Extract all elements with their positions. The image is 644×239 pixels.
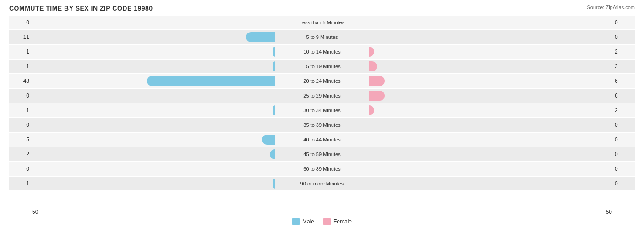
female-side	[368, 91, 612, 101]
row-label: 20 to 24 Minutes	[276, 78, 368, 84]
chart-row: 0 25 to 29 Minutes 6	[9, 89, 635, 103]
male-side	[32, 149, 276, 159]
bar-pair: 5 to 9 Minutes	[32, 30, 612, 44]
male-value: 11	[9, 34, 32, 40]
source-text: Source: ZipAtlas.com	[587, 5, 635, 10]
chart-row: 1 10 to 14 Minutes 2	[9, 45, 635, 59]
male-side	[32, 91, 276, 101]
male-value: 0	[9, 92, 32, 99]
row-label: 40 to 44 Minutes	[276, 137, 368, 142]
bars-center: 45 to 59 Minutes	[32, 147, 612, 161]
chart-row: 1 15 to 19 Minutes 3	[9, 60, 635, 73]
male-value: 1	[9, 49, 32, 55]
legend-male-label: Male	[302, 218, 314, 225]
female-side	[368, 76, 612, 86]
male-value: 5	[9, 136, 32, 143]
bar-pair: 60 to 89 Minutes	[32, 162, 612, 176]
female-value: 6	[612, 78, 635, 84]
bars-center: 10 to 14 Minutes	[32, 45, 612, 59]
bar-pair: 30 to 34 Minutes	[32, 103, 612, 117]
bar-pair: 40 to 44 Minutes	[32, 133, 612, 147]
bar-pair: Less than 5 Minutes	[32, 16, 612, 29]
female-value: 0	[612, 122, 635, 128]
bar-male	[147, 76, 275, 86]
chart-row: 2 45 to 59 Minutes 0	[9, 147, 635, 161]
bar-female	[369, 105, 374, 115]
male-side	[32, 32, 276, 42]
male-side	[32, 164, 276, 174]
axis-right: 50	[606, 209, 612, 215]
female-value: 2	[612, 107, 635, 114]
female-side	[368, 149, 612, 159]
male-value: 2	[9, 151, 32, 158]
female-side	[368, 120, 612, 130]
female-value: 0	[612, 34, 635, 40]
legend-male: Male	[292, 218, 314, 225]
male-side	[32, 47, 276, 57]
male-side	[32, 17, 276, 27]
bars-center: 90 or more Minutes	[32, 177, 612, 190]
bar-pair: 45 to 59 Minutes	[32, 147, 612, 161]
bars-center: 20 to 24 Minutes	[32, 74, 612, 88]
bar-female	[369, 91, 385, 101]
bar-male	[246, 32, 275, 42]
row-label: 10 to 14 Minutes	[276, 49, 368, 54]
female-side	[368, 105, 612, 115]
bar-male	[273, 47, 275, 57]
male-value: 1	[9, 180, 32, 187]
bars-center: 40 to 44 Minutes	[32, 133, 612, 147]
row-label: 5 to 9 Minutes	[276, 34, 368, 40]
male-value: 0	[9, 19, 32, 26]
chart-row: 0 Less than 5 Minutes 0	[9, 16, 635, 29]
row-label: 35 to 39 Minutes	[276, 122, 368, 128]
chart-row: 5 40 to 44 Minutes 0	[9, 133, 635, 147]
bar-pair: 20 to 24 Minutes	[32, 74, 612, 88]
legend-row: Male Female	[9, 218, 635, 225]
female-side	[368, 32, 612, 42]
female-value: 3	[612, 63, 635, 70]
bar-pair: 90 or more Minutes	[32, 177, 612, 190]
male-side	[32, 179, 276, 189]
female-value: 0	[612, 136, 635, 143]
row-label: 90 or more Minutes	[276, 181, 368, 186]
male-value: 0	[9, 166, 32, 172]
legend-female: Female	[323, 218, 352, 225]
bars-center: Less than 5 Minutes	[32, 16, 612, 29]
chart-row: 48 20 to 24 Minutes 6	[9, 74, 635, 88]
male-side	[32, 61, 276, 71]
female-value: 0	[612, 166, 635, 172]
bar-male	[262, 135, 275, 145]
row-label: 45 to 59 Minutes	[276, 152, 368, 157]
bars-center: 5 to 9 Minutes	[32, 30, 612, 44]
bar-female	[369, 61, 377, 71]
legend-male-box	[292, 218, 300, 225]
bar-male	[273, 61, 275, 71]
bar-female	[369, 47, 374, 57]
male-value: 0	[9, 122, 32, 128]
bars-center: 25 to 29 Minutes	[32, 89, 612, 103]
male-value: 1	[9, 63, 32, 70]
chart-row: 1 90 or more Minutes 0	[9, 177, 635, 190]
row-label: 30 to 34 Minutes	[276, 108, 368, 113]
female-value: 6	[612, 92, 635, 99]
chart-row: 11 5 to 9 Minutes 0	[9, 30, 635, 44]
female-value: 0	[612, 19, 635, 26]
female-value: 0	[612, 151, 635, 158]
chart-title: COMMUTE TIME BY SEX IN ZIP CODE 19980	[9, 5, 153, 12]
male-value: 48	[9, 78, 32, 84]
bar-pair: 15 to 19 Minutes	[32, 60, 612, 73]
male-value: 1	[9, 107, 32, 114]
bar-female	[369, 76, 385, 86]
female-side	[368, 179, 612, 189]
bars-center: 15 to 19 Minutes	[32, 60, 612, 73]
chart-row: 0 60 to 89 Minutes 0	[9, 162, 635, 176]
chart-area: 0 Less than 5 Minutes 0 11 5 to 9 Minute…	[9, 16, 635, 208]
row-label: 25 to 29 Minutes	[276, 93, 368, 98]
bar-pair: 10 to 14 Minutes	[32, 45, 612, 59]
chart-row: 0 35 to 39 Minutes 0	[9, 118, 635, 132]
female-side	[368, 17, 612, 27]
bars-center: 60 to 89 Minutes	[32, 162, 612, 176]
chart-row: 1 30 to 34 Minutes 2	[9, 103, 635, 117]
bar-male	[273, 105, 275, 115]
legend-female-label: Female	[333, 218, 352, 225]
